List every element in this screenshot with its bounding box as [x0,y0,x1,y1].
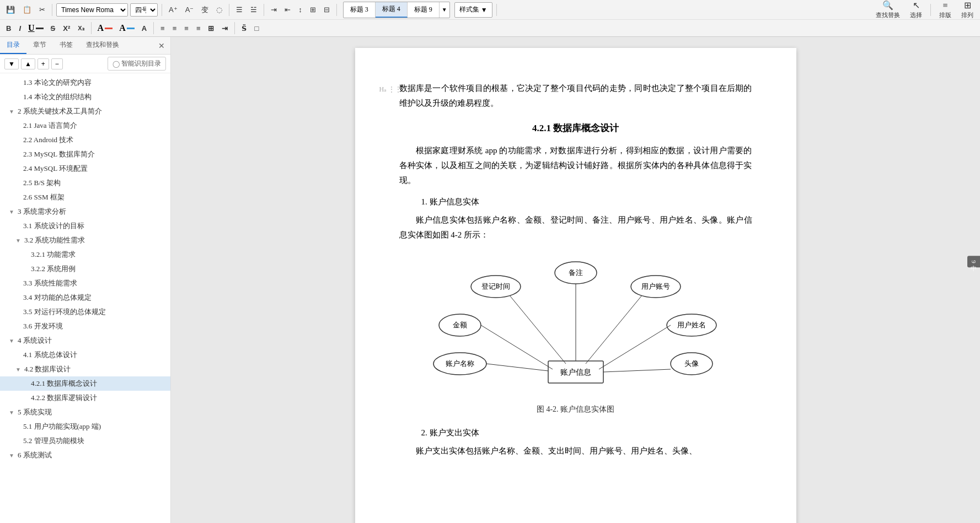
toolbar: 💾 📋 ✂ Times New Roma 四号 A⁺ A⁻ 变 ◌ ☰ ☱ ⇥ … [0,0,980,37]
toc-add-btn[interactable]: + [38,58,49,69]
superscript-btn[interactable]: X² [60,23,73,34]
toc-up-btn[interactable]: ▲ [21,58,35,69]
toc-section-6[interactable]: ▼ 6 系统测试 [0,448,170,462]
cut-btn[interactable]: ✂ [36,4,48,15]
toc-section-4-2[interactable]: ▼ 4.2 数据库设计 [0,362,170,376]
toc-item-label: 2.1 Java 语言简介 [23,121,77,131]
indent2-btn[interactable]: ⇥ [219,23,231,34]
toc-item-2-5[interactable]: 2.5 B/S 架构 [0,176,170,190]
section3-arrow: ▼ [9,209,14,215]
arrange-label: 排版 [939,11,951,19]
tab-find[interactable]: 查找和替换 [79,37,126,54]
highlight-group[interactable]: A [117,22,137,34]
heading-arrow[interactable]: ▼ [440,6,449,14]
ai-label: 智能识别目录 [121,59,161,68]
sep8 [91,22,92,34]
sidebar-close-btn[interactable]: ✕ [153,37,170,54]
arrange2-group[interactable]: ⊞ 排列 [958,0,977,20]
toc-item-3-4[interactable]: 3.4 对功能的总体规定 [0,290,170,305]
toc-item-3-2-1[interactable]: 3.2.1 功能需求 [0,247,170,262]
toc-item-label: 2.5 B/S 架构 [23,178,61,188]
toc-item-4-2-1[interactable]: 4.2.1 数据库概念设计 [0,376,170,391]
toc-item-5-1[interactable]: 5.1 用户功能实现(app 端) [0,419,170,434]
select-group[interactable]: ↖ 选择 [907,0,925,20]
sep6 [496,4,497,16]
strikethrough-btn[interactable]: S [48,23,58,34]
toc-item-label: 3.6 开发环境 [23,321,63,331]
right-panel[interactable]: 中9 [967,256,980,268]
toc-item-2-4[interactable]: 2.4 MySQL 环境配置 [0,161,170,176]
find-replace-group[interactable]: 🔍 查找替换 [872,0,903,20]
toc-section-5[interactable]: ▼ 5 系统实现 [0,405,170,419]
doc-page: Hₐ ⋮⋮ 数据库是一个软件项目的根基，它决定了整个项目代码的走势，同时也决定了… [355,48,796,523]
toc-remove-btn[interactable]: − [51,58,63,69]
shadow-btn[interactable]: S̈ [239,23,249,34]
toc-item-4-1[interactable]: 4.1 系统总体设计 [0,348,170,362]
heading-4-item[interactable]: 标题 4 [376,2,408,18]
toc-item-3-1[interactable]: 3.1 系统设计的目标 [0,219,170,233]
toc-section-4[interactable]: ▼ 4 系统设计 [0,333,170,348]
toc-item-2-3[interactable]: 2.3 MySQL 数据库简介 [0,147,170,161]
char-style-btn[interactable]: A [139,23,149,34]
tab-chapter[interactable]: 章节 [26,37,53,54]
tab-bookmark[interactable]: 书签 [53,37,79,54]
toc-section-3[interactable]: ▼ 3 系统需求分析 [0,204,170,219]
svg-text:账户名称: 账户名称 [446,359,474,368]
toc-item-1-4[interactable]: 1.4 本论文的组织结构 [0,90,170,104]
style-set-btn[interactable]: 样式集 ▼ [454,2,492,18]
font-decrease-btn[interactable]: A⁻ [183,4,197,15]
subscript-btn[interactable]: X₂ [75,24,87,33]
sep2 [162,4,162,16]
toc-item-2-6[interactable]: 2.6 SSM 框架 [0,190,170,204]
arrange-icon: ≡ [942,1,947,10]
ai-recognize-btn[interactable]: ◯ 智能识别目录 [108,57,166,71]
font-increase-btn[interactable]: A⁺ [166,4,180,15]
toc-item-1-3[interactable]: 1.3 本论文的研究内容 [0,76,170,90]
arrange-group[interactable]: ≡ 排版 [936,0,955,20]
toc-item-2-2[interactable]: 2.2 Android 技术 [0,133,170,147]
toc-item-label: 3.4 对功能的总体规定 [23,293,92,303]
align-center-btn[interactable]: ≡ [170,23,180,34]
toc-collapse-btn[interactable]: ▼ [4,58,19,69]
doc-para1: 根据家庭理财系统 app 的功能需求，对数据库进行分析，得到相应的数据，设计用户… [399,143,752,188]
font-name-select[interactable]: Times New Roma [56,3,128,17]
toc-item-3-6[interactable]: 3.6 开发环境 [0,319,170,333]
toc-item-label: 3 系统需求分析 [18,207,66,217]
columns-btn[interactable]: ⊞ [205,23,217,34]
toc-item-3-2-2[interactable]: 3.2.2 系统用例 [0,262,170,276]
borders-btn[interactable]: ⊟ [321,4,333,15]
italic-btn[interactable]: I [16,23,24,34]
indent-btn[interactable]: ⇥ [268,4,280,15]
list2-btn[interactable]: ☱ [248,4,260,15]
list-btn[interactable]: ☰ [233,4,245,15]
font-color-group[interactable]: A [95,22,115,34]
toc-item-5-2[interactable]: 5.2 管理员功能模块 [0,434,170,448]
border-box-btn[interactable]: □ [251,23,261,34]
cursor-icon: ↖ [913,0,920,10]
quick-save-btn[interactable]: 💾 [3,4,18,15]
font-size-select[interactable]: 四号 [130,3,158,17]
font-color-btn: A [98,23,104,33]
heading-3-item[interactable]: 标题 3 [344,2,376,18]
toc-item-label: 1.3 本论文的研究内容 [23,78,92,88]
clear-format-btn[interactable]: ◌ [213,4,225,15]
tab-toc[interactable]: 目录 [0,37,26,54]
font-style-btn[interactable]: 变 [199,3,211,17]
paste-btn[interactable]: 📋 [20,4,34,15]
heading-9-item[interactable]: 标题 9 [408,2,440,18]
toc-item-3-5[interactable]: 3.5 对运行环境的总体规定 [0,305,170,319]
toc-item-2-1[interactable]: 2.1 Java 语言简介 [0,118,170,133]
align-justify-btn[interactable]: ≡ [194,23,204,34]
line-spacing-btn[interactable]: ↕ [296,4,305,15]
heading-anchor-icon: Hₐ ⋮⋮ [379,85,402,94]
toc-item-4-2-2[interactable]: 4.2.2 数据库逻辑设计 [0,391,170,405]
toc-item-3-3[interactable]: 3.3 系统性能需求 [0,276,170,290]
column-btn[interactable]: ⊞ [307,4,319,15]
toc-section-3-2[interactable]: ▼ 3.2 系统功能性需求 [0,233,170,247]
bold-btn[interactable]: B [3,23,14,34]
outdent-btn[interactable]: ⇤ [282,4,293,15]
underline-group[interactable]: U [26,22,46,34]
toc-section-2[interactable]: ▼ 2 系统关键技术及工具简介 [0,104,170,118]
align-right-btn[interactable]: ≡ [181,23,191,34]
align-left-btn[interactable]: ≡ [158,23,168,34]
